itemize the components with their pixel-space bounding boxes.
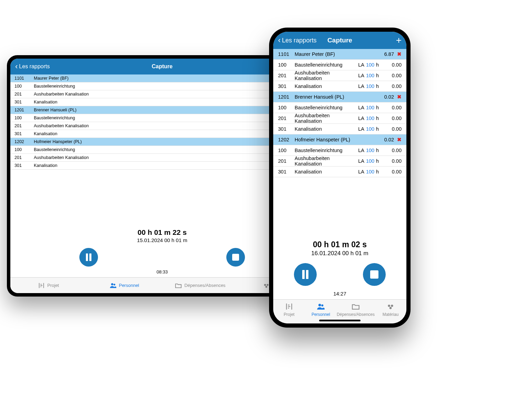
stop-icon (232, 254, 239, 261)
stop-button[interactable] (363, 263, 386, 286)
task-value[interactable]: 100 (364, 83, 376, 89)
task-row[interactable]: 301Kanalisation (10, 162, 314, 170)
tablet-list: 1101 Maurer Peter (BF) 100Baustelleneinr… (10, 74, 314, 170)
pause-button[interactable] (294, 263, 317, 286)
task-row[interactable]: 301KanalisationLA100h0.00 (273, 167, 406, 177)
svg-point-8 (391, 305, 393, 307)
timer-area: 00 h 01 m 02 s 16.01.2024 00 h 01 m 14:2… (273, 177, 406, 299)
task-value[interactable]: 100 (364, 62, 376, 68)
task-row[interactable]: 301KanalisationLA100h0.00 (273, 124, 406, 134)
svg-point-0 (111, 283, 113, 285)
tab-bar: Projet Personnel Dépenses/Absences Matér… (10, 277, 314, 293)
delete-icon[interactable]: ✖ (394, 137, 402, 142)
task-row[interactable]: 100BaustelleneinrichtungLA100h0.00 (273, 145, 406, 156)
chevron-left-icon: ‹ (278, 37, 280, 44)
task-row[interactable]: 201Aushubarbeiten KanalisationLA100h0.00 (273, 70, 406, 81)
svg-point-6 (321, 304, 323, 307)
task-row[interactable]: 201Aushubarbeiten Kanalisation (10, 90, 314, 98)
task-value[interactable]: 100 (364, 158, 376, 164)
task-row[interactable]: 301KanalisationLA100h0.00 (273, 81, 406, 92)
page-title: Capture (152, 63, 172, 70)
svg-point-1 (114, 283, 115, 285)
tab-projet[interactable]: Projet (273, 300, 305, 319)
material-icon (386, 302, 395, 311)
svg-point-9 (389, 307, 392, 309)
task-row[interactable]: 201Aushubarbeiten KanalisationLA100h0.00 (273, 113, 406, 124)
header: ‹ Les rapports Capture + (273, 32, 406, 49)
tab-personnel[interactable]: Personnel (305, 300, 337, 319)
person-amount: 6.87 (375, 51, 394, 57)
tab-personnel[interactable]: Personnel (86, 278, 162, 293)
task-row[interactable]: 100BaustelleneinrichtungLA100h0.00 (273, 60, 406, 70)
timer-controls (10, 248, 314, 267)
back-button[interactable]: ‹ Les rapports (278, 37, 316, 44)
back-label: Les rapports (282, 37, 316, 44)
person-row[interactable]: 1202 Hofmeier Hanspeter (PL) (10, 138, 314, 146)
folder-icon (175, 282, 182, 289)
task-row[interactable]: 100Baustelleneinrichtung (10, 114, 314, 122)
tab-depenses[interactable]: Dépenses/Absences (337, 300, 375, 319)
back-label: Les rapports (19, 63, 50, 70)
timer-area: 00 h 01 m 22 s 15.01.2024 00 h 01 m 08:3… (10, 170, 314, 277)
phone-device: ‹ Les rapports Capture + 1101 Maurer Pet… (269, 28, 411, 328)
clock-display: 08:33 (157, 269, 168, 274)
people-icon (109, 282, 117, 289)
timer-main: 00 h 01 m 02 s (313, 240, 367, 249)
person-row[interactable]: 1201 Brenner Hansueli (PL) (10, 106, 314, 114)
task-value[interactable]: 100 (364, 73, 376, 78)
svg-point-3 (267, 284, 269, 286)
delete-icon[interactable]: ✖ (394, 94, 402, 100)
clock-display: 14:27 (333, 291, 346, 297)
tablet-screen: ‹ Les rapports Capture 1101 Maurer Peter… (10, 59, 314, 293)
page-title: Capture (327, 37, 352, 44)
task-row[interactable]: 201Aushubarbeiten Kanalisation (10, 122, 314, 130)
add-button[interactable]: + (396, 36, 402, 45)
stop-icon (370, 270, 378, 279)
svg-point-2 (264, 284, 266, 286)
timer-main: 00 h 01 m 22 s (138, 228, 187, 237)
task-row[interactable]: 100Baustelleneinrichtung (10, 146, 314, 154)
stop-button[interactable] (226, 248, 245, 267)
person-row[interactable]: 1202 Hofmeier Hanspeter (PL) 0.02 ✖ (273, 134, 406, 145)
project-icon (285, 302, 294, 311)
task-row[interactable]: 100BaustelleneinrichtungLA100h0.00 (273, 102, 406, 113)
task-row[interactable]: 100Baustelleneinrichtung (10, 82, 314, 90)
task-value[interactable]: 100 (364, 116, 376, 121)
pause-button[interactable] (79, 248, 98, 267)
people-icon (316, 302, 325, 311)
chevron-left-icon: ‹ (15, 63, 18, 70)
task-value[interactable]: 100 (364, 169, 376, 174)
tab-projet[interactable]: Projet (10, 278, 86, 293)
task-row[interactable]: 301Kanalisation (10, 98, 314, 106)
project-icon (38, 282, 45, 289)
task-row[interactable]: 301Kanalisation (10, 130, 314, 138)
task-value[interactable]: 100 (364, 126, 376, 132)
person-code: 1101 (14, 76, 34, 81)
back-button[interactable]: ‹ Les rapports (15, 63, 50, 70)
pause-icon (302, 270, 308, 279)
person-row[interactable]: 1101 Maurer Peter (BF) (10, 74, 314, 82)
pause-icon (86, 253, 91, 261)
task-value[interactable]: 100 (364, 105, 376, 110)
phone-list: 1101 Maurer Peter (BF) 6.87 ✖ 100Baustel… (273, 49, 406, 177)
timer-controls (273, 263, 406, 286)
person-row[interactable]: 1101 Maurer Peter (BF) 6.87 ✖ (273, 49, 406, 60)
home-indicator[interactable] (319, 320, 361, 321)
task-row[interactable]: 201Aushubarbeiten KanalisationLA100h0.00 (273, 156, 406, 167)
timer-sub: 16.01.2024 00 h 01 m (311, 250, 368, 257)
svg-point-5 (318, 304, 321, 307)
task-row[interactable]: 201Aushubarbeiten Kanalisation (10, 154, 314, 162)
delete-icon[interactable]: ✖ (394, 51, 402, 57)
svg-point-4 (265, 286, 267, 288)
phone-screen: ‹ Les rapports Capture + 1101 Maurer Pet… (273, 32, 406, 323)
folder-icon (351, 302, 360, 311)
person-name: Maurer Peter (BF) (34, 76, 310, 81)
svg-point-7 (388, 305, 390, 307)
header: ‹ Les rapports Capture (10, 59, 314, 74)
task-value[interactable]: 100 (364, 148, 376, 153)
timer-sub: 15.01.2024 00 h 01 m (137, 237, 187, 243)
tab-depenses[interactable]: Dépenses/Absences (162, 278, 238, 293)
person-row[interactable]: 1201 Brenner Hansueli (PL) 0.02 ✖ (273, 92, 406, 102)
tab-materiau[interactable]: Matériau (375, 300, 406, 319)
